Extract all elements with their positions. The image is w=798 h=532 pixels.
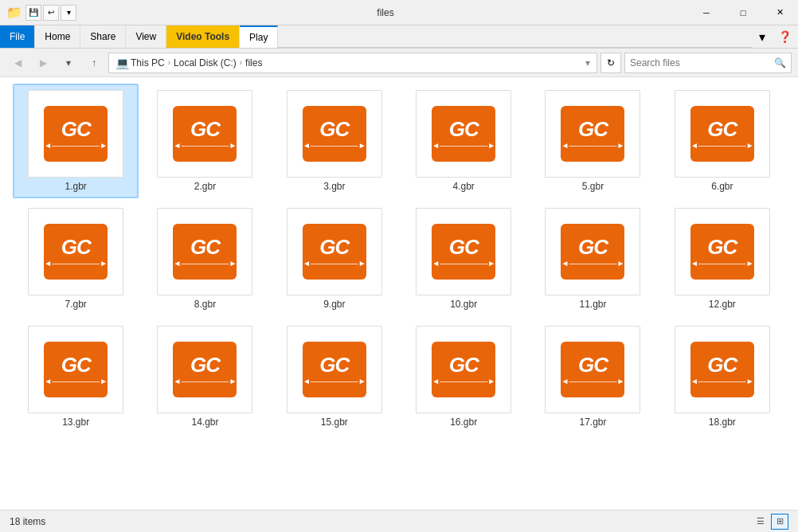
file-thumbnail: GC ◄——————► xyxy=(545,90,640,178)
file-name: 9.gbr xyxy=(323,299,345,310)
gc-logo: GC ◄——————► xyxy=(173,224,237,280)
address-segment-thispc[interactable]: 💻 This PC xyxy=(115,57,165,69)
file-item[interactable]: GC ◄——————► 4.gbr xyxy=(401,84,526,198)
gc-arrow: ◄——————► xyxy=(561,377,625,385)
gc-arrow: ◄——————► xyxy=(432,259,495,268)
gc-arrow: ◄——————► xyxy=(44,377,108,385)
view-controls: ☰ ⊞ xyxy=(752,514,788,530)
file-name: 15.gbr xyxy=(321,417,348,428)
tab-play[interactable]: Play xyxy=(240,25,278,48)
gc-arrow: ◄——————► xyxy=(303,141,366,150)
gc-text: GC xyxy=(190,119,220,139)
tab-share[interactable]: Share xyxy=(80,25,126,48)
tab-file[interactable]: File xyxy=(0,25,35,48)
file-thumbnail: GC ◄——————► xyxy=(28,90,123,178)
forward-button[interactable]: ▶ xyxy=(32,53,54,72)
file-item[interactable]: GC ◄——————► 9.gbr xyxy=(272,201,397,316)
file-thumbnail: GC ◄——————► xyxy=(545,326,640,413)
help-btn[interactable]: ❓ xyxy=(772,25,798,48)
tab-home[interactable]: Home xyxy=(35,25,80,48)
search-input[interactable] xyxy=(630,57,771,68)
close-button[interactable]: ✕ xyxy=(761,0,798,25)
large-icons-view-btn[interactable]: ⊞ xyxy=(771,514,788,530)
file-thumbnail: GC ◄——————► xyxy=(675,90,770,178)
gc-text: GC xyxy=(319,119,349,139)
file-item[interactable]: GC ◄——————► 15.gbr xyxy=(272,319,397,434)
file-item[interactable]: GC ◄——————► 7.gbr xyxy=(13,201,139,316)
back-button[interactable]: ◀ xyxy=(6,53,29,72)
gc-text: GC xyxy=(61,119,91,139)
gc-logo: GC ◄——————► xyxy=(561,342,624,397)
window-title: files xyxy=(83,0,688,25)
ribbon-collapse-btn[interactable]: ▾ xyxy=(753,25,772,48)
file-name: 13.gbr xyxy=(62,417,89,428)
tab-videotools[interactable]: Video Tools xyxy=(166,25,240,48)
file-item[interactable]: GC ◄——————► 13.gbr xyxy=(13,319,139,434)
ribbon: File Home Share View Video Tools Play ▾ … xyxy=(0,25,798,49)
gc-text: GC xyxy=(578,237,608,257)
file-item[interactable]: GC ◄——————► 10.gbr xyxy=(401,201,526,316)
file-item[interactable]: GC ◄——————► 5.gbr xyxy=(530,84,655,198)
file-thumbnail: GC ◄——————► xyxy=(287,326,382,413)
file-item[interactable]: GC ◄——————► 6.gbr xyxy=(659,84,785,198)
gc-arrow: ◄——————► xyxy=(174,259,237,268)
address-bar[interactable]: 💻 This PC › Local Disk (C:) › files ▾ xyxy=(108,53,597,73)
file-name: 2.gbr xyxy=(194,181,216,192)
file-item[interactable]: GC ◄——————► 12.gbr xyxy=(659,201,785,316)
gc-text: GC xyxy=(190,354,220,375)
file-item[interactable]: GC ◄——————► 11.gbr xyxy=(530,201,655,316)
minimize-button[interactable]: ─ xyxy=(688,0,725,25)
gc-logo: GC ◄——————► xyxy=(303,342,366,397)
undo-quick-btn[interactable]: ↩ xyxy=(43,5,59,21)
gc-logo: GC ◄——————► xyxy=(432,342,495,397)
file-thumbnail: GC ◄——————► xyxy=(416,326,511,413)
address-segment-files[interactable]: files xyxy=(245,57,262,68)
maximize-button[interactable]: □ xyxy=(725,0,761,25)
file-item[interactable]: GC ◄——————► 3.gbr xyxy=(272,84,397,198)
gc-arrow: ◄——————► xyxy=(44,259,108,268)
gc-logo: GC ◄——————► xyxy=(44,342,108,397)
quick-access-toolbar: 💾 ↩ ▾ xyxy=(25,5,76,21)
file-thumbnail: GC ◄——————► xyxy=(28,326,123,413)
app-icon: 📁 xyxy=(6,5,22,20)
gc-logo: GC ◄——————► xyxy=(690,342,754,397)
dropdown-quick-btn[interactable]: ▾ xyxy=(61,5,76,21)
gc-text: GC xyxy=(449,119,479,139)
file-item[interactable]: GC ◄——————► 18.gbr xyxy=(659,319,785,434)
gc-arrow: ◄——————► xyxy=(303,377,366,385)
file-thumbnail: GC ◄——————► xyxy=(416,90,511,178)
details-view-btn[interactable]: ☰ xyxy=(752,514,769,530)
file-item[interactable]: GC ◄——————► 8.gbr xyxy=(142,201,268,316)
address-dropdown-btn[interactable]: ▾ xyxy=(585,57,590,68)
tab-view[interactable]: View xyxy=(126,25,166,48)
file-item[interactable]: GC ◄——————► 14.gbr xyxy=(142,319,268,434)
save-quick-btn[interactable]: 💾 xyxy=(25,5,41,21)
gc-logo: GC ◄——————► xyxy=(303,224,366,280)
file-item[interactable]: GC ◄——————► 1.gbr xyxy=(13,84,139,198)
address-segment-localdisk[interactable]: Local Disk (C:) xyxy=(174,57,237,68)
file-thumbnail: GC ◄——————► xyxy=(675,208,770,295)
gc-text: GC xyxy=(61,354,91,375)
file-thumbnail: GC ◄——————► xyxy=(157,90,252,178)
gc-arrow: ◄——————► xyxy=(432,141,495,150)
file-thumbnail: GC ◄——————► xyxy=(287,90,382,178)
file-name: 5.gbr xyxy=(582,181,604,192)
file-name: 4.gbr xyxy=(452,181,474,192)
gc-logo: GC ◄——————► xyxy=(690,224,754,280)
refresh-button[interactable]: ↻ xyxy=(600,53,621,73)
file-item[interactable]: GC ◄——————► 2.gbr xyxy=(142,84,268,198)
search-icon[interactable]: 🔍 xyxy=(774,57,786,68)
file-name: 10.gbr xyxy=(450,299,477,310)
search-bar[interactable]: 🔍 xyxy=(624,53,792,73)
item-count: 18 items xyxy=(10,516,45,527)
title-bar: 📁 💾 ↩ ▾ files ─ □ ✕ xyxy=(0,0,798,25)
up-button[interactable]: ↑ xyxy=(83,53,105,72)
file-item[interactable]: GC ◄——————► 16.gbr xyxy=(401,319,526,434)
gc-logo: GC ◄——————► xyxy=(432,106,495,162)
file-item[interactable]: GC ◄——————► 17.gbr xyxy=(530,319,655,434)
dropdown-history-btn[interactable]: ▾ xyxy=(57,53,80,72)
content-area: GC ◄——————► 1.gbr GC ◄——————► 2.gbr GC ◄… xyxy=(0,77,798,510)
address-chevron-1: › xyxy=(168,58,170,67)
gc-arrow: ◄——————► xyxy=(690,377,754,385)
gc-arrow: ◄——————► xyxy=(561,141,625,150)
